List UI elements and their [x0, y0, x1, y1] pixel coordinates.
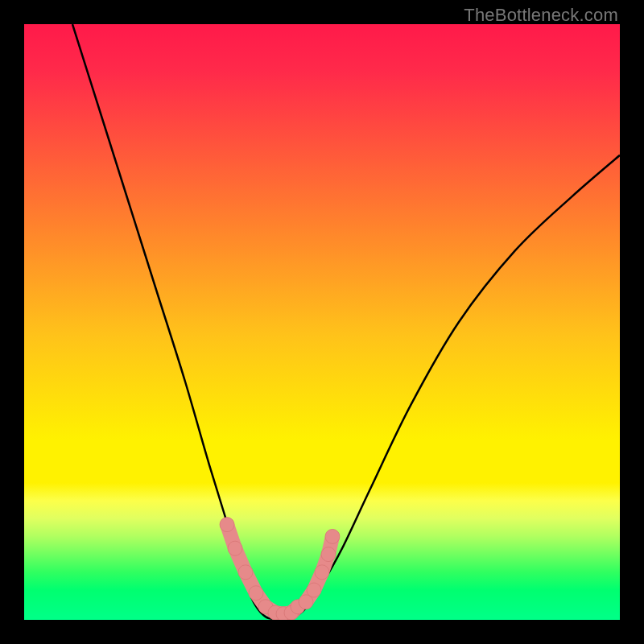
- markers-left-group: [220, 518, 305, 620]
- marker-dot: [315, 565, 329, 580]
- chart-frame: [24, 24, 620, 620]
- marker-dot: [325, 529, 340, 543]
- marker-dot: [238, 565, 253, 580]
- marker-dot: [249, 586, 263, 601]
- marker-dot: [321, 547, 336, 562]
- watermark-text: TheBottleneck.com: [464, 5, 618, 26]
- marker-dot: [228, 541, 242, 555]
- markers-right-group: [299, 529, 340, 609]
- plot-area: [24, 24, 620, 620]
- marker-dot: [307, 583, 321, 597]
- chart-svg: [24, 24, 620, 620]
- marker-dot: [220, 518, 234, 532]
- bottleneck-curve: [72, 24, 620, 619]
